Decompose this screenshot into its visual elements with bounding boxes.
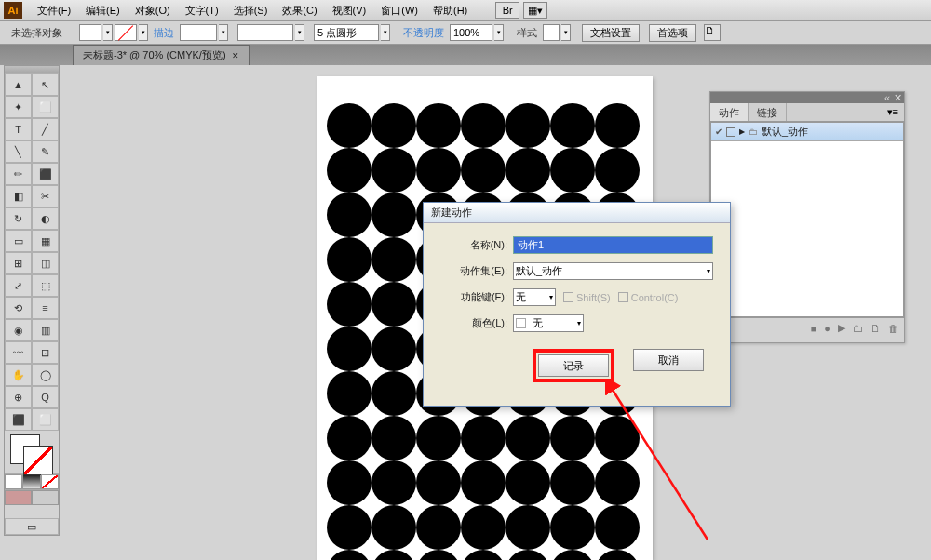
tool-3[interactable]: ⬜ <box>32 96 59 118</box>
stroke-swatch[interactable] <box>115 24 137 41</box>
prefs-button[interactable]: 首选项 <box>649 24 696 42</box>
cancel-button[interactable]: 取消 <box>633 349 704 371</box>
dialog-toggle-icon[interactable] <box>726 127 735 137</box>
opacity-input[interactable] <box>450 24 492 41</box>
fill-swatch[interactable] <box>79 24 101 41</box>
expand-icon[interactable]: ▶ <box>739 127 745 136</box>
tool-6[interactable]: ╲ <box>5 140 32 163</box>
panel-collapse-icon[interactable]: « <box>884 92 890 103</box>
bridge-icon[interactable]: Br <box>495 2 519 19</box>
gradient-mode-icon[interactable] <box>22 474 40 489</box>
extra-icon[interactable]: 🗋 <box>704 24 721 41</box>
dialog-title[interactable]: 新建动作 <box>424 203 730 223</box>
tool-0[interactable]: ▲ <box>5 73 32 96</box>
tool-21[interactable]: ≡ <box>32 297 59 319</box>
menu-window[interactable]: 窗口(W) <box>373 4 425 18</box>
brush-input[interactable] <box>314 24 379 41</box>
arrange-icon[interactable]: ▦▾ <box>523 2 547 19</box>
menu-select[interactable]: 选择(S) <box>226 4 276 18</box>
tool-19[interactable]: ⬚ <box>32 274 59 297</box>
play-icon[interactable]: ▶ <box>838 322 845 334</box>
menu-file[interactable]: 文件(F) <box>30 4 78 18</box>
brush-def[interactable] <box>237 24 293 41</box>
doc-setup-button[interactable]: 文档设置 <box>582 24 640 42</box>
app-logo: Ai <box>4 2 22 19</box>
screen-mode-b-icon[interactable] <box>32 490 59 505</box>
tool-4[interactable]: T <box>5 118 32 140</box>
tool-5[interactable]: ╱ <box>32 118 59 140</box>
screen-mode-a-icon[interactable] <box>5 490 32 505</box>
color-mode-icon[interactable] <box>5 474 22 489</box>
fill-stroke-area[interactable] <box>5 431 59 473</box>
tab-actions[interactable]: 动作 <box>710 103 749 121</box>
tool-17[interactable]: ◫ <box>32 252 59 274</box>
action-set-name: 默认_动作 <box>762 125 808 139</box>
trash-icon[interactable]: 🗑 <box>888 323 898 334</box>
tool-10[interactable]: ◧ <box>5 185 32 207</box>
panel-close-icon[interactable]: ✕ <box>894 92 902 104</box>
tool-23[interactable]: ▥ <box>32 319 59 341</box>
menu-object[interactable]: 对象(O) <box>128 4 178 18</box>
tool-20[interactable]: ⟲ <box>5 297 32 319</box>
menu-edit[interactable]: 编辑(E) <box>78 4 128 18</box>
tool-11[interactable]: ✂ <box>32 185 59 207</box>
toolbox-handle[interactable] <box>5 66 59 73</box>
tool-18[interactable]: ⤢ <box>5 274 32 297</box>
menu-view[interactable]: 视图(V) <box>325 4 374 18</box>
menu-help[interactable]: 帮助(H) <box>425 4 475 18</box>
tool-31[interactable]: ⬜ <box>32 408 59 431</box>
stroke-label[interactable]: 描边 <box>154 26 174 40</box>
record-button[interactable]: 记录 <box>538 354 609 377</box>
tool-13[interactable]: ◐ <box>32 207 59 230</box>
tool-8[interactable]: ✏ <box>5 163 32 185</box>
color-label: 颜色(L): <box>440 316 513 330</box>
close-icon[interactable]: ✕ <box>232 51 239 60</box>
opacity-label[interactable]: 不透明度 <box>403 26 444 40</box>
stroke-drop[interactable]: ▾ <box>139 24 148 41</box>
tool-9[interactable]: ⬛ <box>32 163 59 185</box>
tool-30[interactable]: ⬛ <box>5 408 32 431</box>
stroke-color-icon[interactable] <box>23 446 53 475</box>
document-tab-label: 未标题-3* @ 70% (CMYK/预览) <box>83 48 226 62</box>
tool-29[interactable]: Q <box>32 386 59 408</box>
none-mode-icon[interactable] <box>41 474 59 489</box>
name-input[interactable] <box>513 236 713 254</box>
tool-27[interactable]: ◯ <box>32 364 59 386</box>
panel-titlebar[interactable]: «✕ <box>710 92 904 103</box>
new-action-icon[interactable]: 🗋 <box>870 323 881 334</box>
tool-28[interactable]: ⊕ <box>5 386 32 408</box>
new-action-dialog: 新建动作 名称(N): 动作集(E): 默认_动作▾ 功能键(F): 无▾ Sh… <box>423 202 731 407</box>
stop-icon[interactable]: ■ <box>811 323 817 334</box>
shift-label: Shift(S) <box>576 292 611 303</box>
shift-checkbox <box>563 292 573 302</box>
tab-links[interactable]: 链接 <box>749 103 787 121</box>
record-icon[interactable]: ● <box>824 323 830 334</box>
tool-25[interactable]: ⊡ <box>32 341 59 364</box>
style-swatch[interactable] <box>543 24 560 41</box>
tool-1[interactable]: ↖ <box>32 73 59 96</box>
set-select[interactable]: 默认_动作▾ <box>513 262 713 280</box>
tool-15[interactable]: ▦ <box>32 230 59 252</box>
fill-drop[interactable]: ▾ <box>103 24 113 41</box>
color-select[interactable]: 无▾ <box>513 314 584 332</box>
fkey-select[interactable]: 无▾ <box>513 288 556 306</box>
checkmark-icon[interactable]: ✔ <box>715 127 722 137</box>
menu-effect[interactable]: 效果(C) <box>275 4 324 18</box>
panel-menu-icon[interactable]: ▾≡ <box>882 103 904 121</box>
tool-14[interactable]: ▭ <box>5 230 32 252</box>
tool-22[interactable]: ◉ <box>5 319 32 341</box>
tool-12[interactable]: ↻ <box>5 207 32 230</box>
tool-16[interactable]: ⊞ <box>5 252 32 274</box>
tool-26[interactable]: ✋ <box>5 364 32 386</box>
menu-type[interactable]: 文字(T) <box>178 4 226 18</box>
name-label: 名称(N): <box>440 238 513 252</box>
new-set-icon[interactable]: 🗀 <box>853 323 863 334</box>
tool-7[interactable]: ✎ <box>32 140 59 163</box>
stroke-weight-input[interactable] <box>180 24 217 41</box>
document-tab[interactable]: 未标题-3* @ 70% (CMYK/预览) ✕ <box>73 45 250 65</box>
tool-24[interactable]: 〰 <box>5 341 32 364</box>
action-set-row[interactable]: ✔ ▶ 🗀 默认_动作 <box>711 123 903 141</box>
fkey-label: 功能键(F): <box>440 290 513 304</box>
screen-switcher-icon[interactable]: ▭ <box>5 518 59 535</box>
tool-2[interactable]: ✦ <box>5 96 32 118</box>
